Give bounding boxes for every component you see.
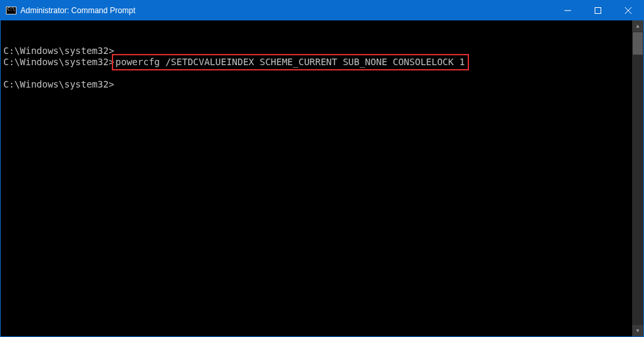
prompt-line: C:\Windows\system32> [3,45,114,56]
minimize-button[interactable] [553,1,583,20]
svg-rect-0 [595,8,601,14]
scroll-thumb[interactable] [633,32,643,55]
close-button[interactable] [613,1,643,20]
titlebar[interactable]: Administrator: Command Prompt [1,1,643,20]
scroll-down-button[interactable]: ▼ [632,325,643,336]
chevron-down-icon: ▼ [635,328,641,334]
command-prompt-window: Administrator: Command Prompt C:\Windows… [0,0,644,337]
app-icon [6,5,16,16]
chevron-up-icon: ▲ [635,23,641,29]
window-controls [553,1,643,20]
console-output: C:\Windows\system32>C:\Windows\system32>… [1,20,632,336]
scroll-up-button[interactable]: ▲ [632,20,643,32]
highlighted-command: powercfg /SETDCVALUEINDEX SCHEME_CURRENT… [112,54,469,70]
vertical-scrollbar[interactable]: ▲ ▼ [632,20,643,336]
window-title: Administrator: Command Prompt [20,6,553,15]
prompt-prefix: C:\Windows\system32> [3,57,114,67]
maximize-button[interactable] [583,1,613,20]
console-area[interactable]: C:\Windows\system32>C:\Windows\system32>… [1,20,643,336]
prompt-line: C:\Windows\system32> [3,79,114,90]
